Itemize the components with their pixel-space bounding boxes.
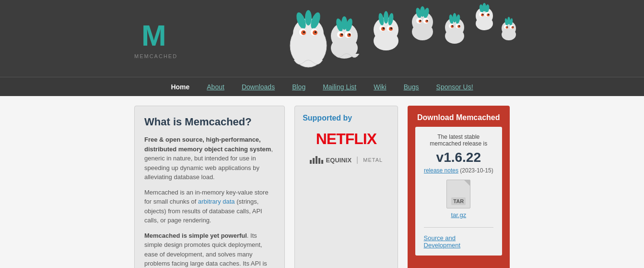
svg-point-44 [420, 20, 422, 22]
header-banner: M MEMCACHED [0, 0, 644, 77]
svg-point-36 [412, 23, 433, 40]
nav-item-about[interactable]: About [198, 77, 233, 97]
svg-point-66 [482, 14, 484, 15]
nav-item-sponsorus[interactable]: Sponsor Us! [428, 77, 482, 97]
download-box: Download Memcached The latest stable mem… [408, 106, 510, 268]
svg-point-67 [488, 14, 490, 15]
svg-point-11 [303, 31, 305, 33]
tar-file-icon: TAR [446, 180, 470, 208]
paragraph-2: Memcached is an in-memory key-value stor… [144, 188, 275, 225]
download-title: Download Memcached [417, 113, 500, 122]
creatures-svg [246, 2, 524, 74]
svg-point-56 [459, 25, 460, 27]
logo-text: MEMCACHED [134, 53, 177, 59]
netflix-logo: NETFLIX [316, 130, 376, 147]
content-area: What is Memcached? Free & open source, h… [0, 96, 644, 268]
svg-point-22 [341, 34, 343, 36]
release-notes-link[interactable]: release notes [424, 167, 458, 174]
download-subtitle: The latest stable memcached release is [424, 134, 493, 147]
divider [424, 227, 493, 228]
svg-point-27 [384, 11, 388, 24]
svg-point-12 [315, 31, 316, 33]
svg-text:M: M [141, 19, 166, 51]
nav-item-blog[interactable]: Blog [283, 77, 314, 97]
main-content-box: What is Memcached? Free & open source, h… [134, 106, 285, 268]
svg-point-55 [452, 25, 454, 27]
equinix-sponsor: EQUINIX | METAL [310, 156, 383, 164]
svg-point-5 [305, 10, 312, 25]
svg-point-77 [507, 26, 508, 27]
tar-icon-label: TAR [451, 197, 466, 205]
page-wrapper: M MEMCACHED [0, 0, 644, 268]
version-number: v1.6.22 [436, 150, 481, 165]
svg-point-25 [374, 31, 398, 50]
svg-point-58 [476, 17, 493, 30]
nav-item-downloads[interactable]: Downloads [233, 77, 283, 97]
svg-point-78 [513, 26, 514, 27]
paragraph-1: Free & open source, high-performance, di… [144, 135, 275, 182]
supported-title: Supported by [303, 114, 352, 122]
svg-point-34 [390, 27, 392, 29]
release-notes-line: release notes (2023-10-15) [424, 167, 493, 174]
main-title: What is Memcached? [144, 116, 275, 128]
metal-text: METAL [363, 157, 383, 163]
supported-by-box: Supported by NETFLIX EQUINIX | METAL [294, 106, 398, 268]
creatures-illustration [241, 0, 529, 77]
tar-gz-link[interactable]: tar.gz [451, 211, 466, 219]
memcached-logo-icon: M [139, 18, 173, 51]
svg-point-47 [445, 28, 464, 44]
logo-area: M MEMCACHED [134, 18, 177, 59]
nav-bar: Home About Downloads Blog Mailing List W… [0, 77, 644, 96]
svg-point-69 [502, 29, 516, 40]
source-dev-link[interactable]: Source and Development [424, 234, 493, 249]
nav-item-home[interactable]: Home [162, 77, 198, 97]
svg-point-33 [383, 27, 385, 29]
paragraph-3: Memcached is simple yet powerful. Its si… [144, 231, 275, 268]
download-inner: The latest stable memcached release is v… [415, 127, 502, 256]
netflix-sponsor: NETFLIX [316, 130, 376, 148]
equinix-bars-icon [310, 156, 323, 164]
nav-item-bugs[interactable]: Bugs [395, 77, 428, 97]
equinix-text: EQUINIX [326, 157, 351, 164]
svg-point-23 [349, 34, 351, 36]
nav-item-wiki[interactable]: Wiki [365, 77, 395, 97]
release-date: (2023-10-15) [460, 167, 493, 174]
nav-item-mailinglist[interactable]: Mailing List [314, 77, 365, 97]
svg-point-45 [427, 20, 428, 22]
